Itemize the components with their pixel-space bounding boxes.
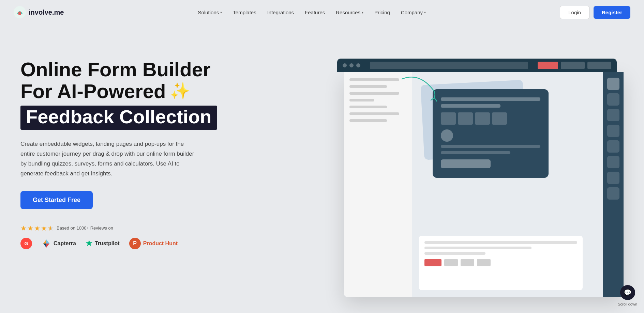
app-canvas: [412, 72, 603, 297]
nav-links: Solutions ▾ Templates Integrations Featu…: [198, 10, 426, 15]
sidebar-icon-3[interactable]: [607, 109, 619, 121]
app-window: [344, 72, 624, 297]
panel-row-2: [349, 85, 387, 88]
wp-red-button: [424, 259, 441, 266]
card-box-1: [441, 112, 456, 125]
nav-actions: Login Register: [560, 6, 630, 19]
trustpilot-star-icon: ★: [86, 239, 92, 248]
nav-item-resources[interactable]: Resources ▾: [336, 10, 363, 15]
hero-title: Online Form Builder For AI-Powered ✨ Fee…: [20, 59, 218, 130]
svg-marker-5: [46, 244, 49, 248]
nav-item-solutions[interactable]: Solutions ▾: [198, 10, 222, 15]
card-box-3: [475, 112, 490, 125]
panel-row-3: [349, 92, 399, 95]
sparkle-icon: ✨: [170, 82, 190, 100]
arrow-illustration: [399, 72, 439, 106]
browser-dot-2: [349, 63, 354, 67]
star-rating: ★ ★ ★ ★ ★ ★: [20, 224, 54, 232]
browser-action-btn2: [561, 62, 585, 69]
chat-icon: 💬: [624, 289, 631, 296]
sidebar-icon-7[interactable]: [607, 172, 619, 184]
wp-gray-button-1: [444, 259, 458, 266]
hero-content: Online Form Builder For AI-Powered ✨ Fee…: [20, 45, 218, 249]
nav-item-integrations[interactable]: Integrations: [267, 10, 294, 15]
browser-dot-1: [343, 63, 347, 67]
card-box-4: [492, 112, 507, 125]
wp-line-1: [424, 241, 577, 244]
sidebar-icon-4[interactable]: [607, 125, 619, 137]
star-5-half: ★ ★: [48, 224, 54, 232]
logo-text: involve.me: [29, 9, 64, 16]
reviews-section: ★ ★ ★ ★ ★ ★ Based on 1000+ Reviews on G: [20, 224, 218, 249]
logo-icon: [14, 6, 26, 18]
form-card-main: [433, 89, 549, 178]
login-button[interactable]: Login: [560, 6, 589, 19]
star-1: ★: [20, 224, 27, 232]
panel-row-5: [349, 106, 387, 108]
nav-item-pricing[interactable]: Pricing: [374, 10, 390, 15]
get-started-button[interactable]: Get Started Free: [20, 191, 93, 209]
browser-action-btn: [538, 62, 558, 69]
svg-marker-3: [46, 239, 49, 244]
browser-dot-3: [356, 63, 360, 67]
hero-section: Online Form Builder For AI-Powered ✨ Fee…: [0, 25, 644, 313]
chevron-down-icon: ▾: [220, 11, 222, 14]
card-circle-element: [441, 129, 453, 142]
star-3: ★: [34, 224, 40, 232]
capterra-text: Capterra: [54, 240, 76, 247]
card-line-2: [441, 104, 500, 108]
browser-bar: [337, 59, 617, 72]
wp-bottom-row: [424, 259, 577, 266]
logo[interactable]: involve.me: [14, 6, 64, 18]
g2-icon: G: [20, 238, 32, 249]
review-logos-row: G Capterra ★ Trustpilot: [20, 238, 218, 249]
app-mockup: [330, 38, 624, 304]
producthunt-text: Product Hunt: [143, 240, 178, 247]
panel-row-7: [349, 119, 387, 122]
wp-gray-button-3: [477, 259, 491, 266]
panel-row-6: [349, 112, 399, 115]
sidebar-icon-8[interactable]: [607, 187, 619, 200]
star-4: ★: [41, 224, 47, 232]
scroll-down-text: Scroll down: [618, 302, 637, 306]
card-checkbox-group: [441, 112, 540, 125]
card-box-2: [458, 112, 473, 125]
sidebar-icon-2[interactable]: [607, 93, 619, 106]
star-2: ★: [27, 224, 33, 232]
scroll-down-section: 💬 Scroll down: [618, 285, 637, 306]
white-page-section: [419, 236, 583, 290]
wp-line-3: [424, 252, 485, 255]
reviews-text: Based on 1000+ Reviews on: [57, 225, 113, 231]
producthunt-logo[interactable]: P Product Hunt: [129, 238, 178, 249]
register-button[interactable]: Register: [594, 6, 630, 19]
sidebar-icon-1[interactable]: [607, 78, 619, 90]
navbar: involve.me Solutions ▾ Templates Integra…: [0, 0, 644, 25]
chevron-down-icon: ▾: [424, 11, 426, 14]
wp-gray-button-2: [461, 259, 474, 266]
nav-item-features[interactable]: Features: [305, 10, 325, 15]
svg-rect-1: [18, 12, 21, 15]
sidebar-icon-5[interactable]: [607, 140, 619, 153]
sidebar-icon-6[interactable]: [607, 156, 619, 168]
capterra-logo[interactable]: Capterra: [42, 239, 76, 248]
stars-row: ★ ★ ★ ★ ★ ★ Based on 1000+ Reviews on: [20, 224, 218, 232]
card-line-3: [441, 145, 540, 148]
g2-logo[interactable]: G: [20, 238, 32, 249]
panel-row-1: [349, 78, 399, 81]
scroll-down-button[interactable]: 💬: [620, 285, 635, 300]
card-line-4: [441, 151, 510, 154]
nav-item-company[interactable]: Company ▾: [401, 10, 426, 15]
wp-line-2: [424, 247, 531, 249]
nav-item-templates[interactable]: Templates: [233, 10, 256, 15]
trustpilot-text: Trustpilot: [95, 240, 120, 247]
chevron-down-icon: ▾: [362, 11, 363, 14]
capterra-icon: [42, 239, 51, 248]
browser-action-btn3: [587, 62, 611, 69]
app-right-sidebar: [603, 72, 624, 297]
producthunt-icon: P: [129, 238, 141, 249]
card-line-1: [441, 97, 540, 101]
hero-description: Create embeddable widgets, landing pages…: [20, 139, 198, 179]
trustpilot-logo[interactable]: ★ Trustpilot: [86, 239, 120, 248]
svg-marker-4: [43, 244, 46, 248]
svg-marker-2: [43, 239, 46, 244]
